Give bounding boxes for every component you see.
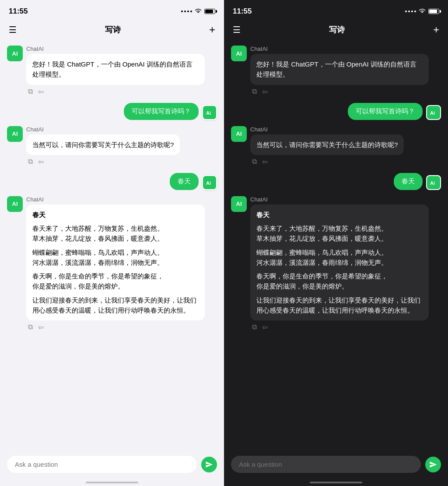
add-button-dark[interactable]: + (433, 24, 439, 36)
ai-content-poem-dark: ChatAI 春天 春天来了，大地苏醒，万物复苏，生机盎然。 草木抽芽，花儿绽放… (250, 196, 429, 332)
poem-title-light: 春天 (32, 210, 199, 220)
header-title-dark: 写诗 (329, 25, 345, 35)
ai-avatar-1-light: AI (7, 46, 23, 61)
dot4d (414, 11, 416, 12)
ai-bubble-poem-dark: 春天 春天来了，大地苏醒，万物复苏，生机盎然。 草木抽芽，花儿绽放，春风拂面，暖… (250, 204, 429, 320)
user-avatar-1-dark: Ai (426, 105, 441, 120)
header-light: ☰ 写诗 + (0, 19, 224, 41)
add-button-light[interactable]: + (209, 24, 215, 36)
ai-name-2-dark: ChatAI (250, 126, 404, 133)
home-indicator-light (0, 482, 224, 486)
user-avatar-inner-1-dark: Ai (427, 106, 440, 119)
status-icons-dark (405, 8, 439, 15)
signal-dots-light (181, 11, 192, 12)
battery-fill-dark (429, 10, 437, 13)
user-bubble-1-dark: 可以帮我写首诗吗？ (348, 103, 423, 120)
poem-para-2-dark: 蝴蝶翩翩，蜜蜂嗡嗡，鸟儿欢唱，声声动人。 河水潺潺，溪流潺潺，春雨绵绵，润物无声… (256, 247, 423, 268)
ai-bubble-1-light: 您好！我是 ChatGPT，一个由 OpenAI 训练的自然语言处理模型。 (26, 54, 205, 85)
time-dark: 11:55 (233, 7, 252, 16)
ai-bubble-poem-light: 春天 春天来了，大地苏醒，万物复苏，生机盎然。 草木抽芽，花儿绽放，春风拂面，暖… (26, 204, 205, 320)
user-avatar-2-light: Ai (202, 175, 217, 190)
ai-bubble-1-dark: 您好！我是 ChatGPT，一个由 OpenAI 训练的自然语言处理模型。 (250, 54, 429, 85)
msg-actions-1-dark: ⧉ ⇦ (250, 87, 429, 97)
ai-name-1-light: ChatAI (26, 46, 205, 52)
share-btn-2-light[interactable]: ⇦ (38, 158, 44, 166)
dot3d (411, 11, 413, 12)
user-avatar-2-dark: Ai (426, 175, 441, 190)
msg-actions-2-dark: ⧉ ⇦ (250, 157, 404, 167)
share-btn-1-dark[interactable]: ⇦ (262, 88, 268, 96)
share-btn-poem-dark[interactable]: ⇦ (262, 323, 268, 331)
svg-text:Ai: Ai (206, 180, 211, 186)
home-bar-light (86, 482, 138, 483)
input-field-light[interactable] (7, 456, 197, 473)
header-dark: ☰ 写诗 + (224, 19, 448, 41)
ai-content-poem-light: ChatAI 春天 春天来了，大地苏醒，万物复苏，生机盎然。 草木抽芽，花儿绽放… (26, 196, 205, 332)
ai-name-2-light: ChatAI (26, 126, 180, 133)
wifi-icon-dark (419, 8, 426, 15)
status-icons-light (181, 8, 215, 15)
user-avatar-inner-2-light: Ai (203, 176, 216, 189)
ai-message-1-light: AI ChatAI 您好！我是 ChatGPT，一个由 OpenAI 训练的自然… (7, 46, 217, 97)
ai-content-2-light: ChatAI 当然可以，请问你需要写关于什么主题的诗歌呢? ⧉ ⇦ (26, 126, 180, 167)
poem-para-3-light: 春天啊，你是生命的季节，你是希望的象征， 你是爱的滋润，你是美的熔炉。 (32, 271, 199, 292)
ai-poem-dark: AI ChatAI 春天 春天来了，大地苏醒，万物复苏，生机盎然。 草木抽芽，花… (231, 196, 441, 332)
home-indicator-dark (224, 482, 448, 486)
msg-actions-2-light: ⧉ ⇦ (26, 157, 180, 167)
input-bar-light (0, 451, 224, 482)
msg-actions-poem-light: ⧉ ⇦ (26, 322, 205, 332)
copy-btn-2-light[interactable]: ⧉ (28, 158, 33, 166)
input-field-dark[interactable] (231, 456, 421, 473)
dot2d (408, 11, 410, 12)
ai-name-poem-dark: ChatAI (250, 196, 429, 203)
copy-btn-poem-dark[interactable]: ⧉ (252, 323, 257, 331)
ai-name-poem-light: ChatAI (26, 196, 205, 203)
chat-area-dark: AI ChatAI 您好！我是 ChatGPT，一个由 OpenAI 训练的自然… (224, 41, 448, 451)
dot3 (187, 11, 189, 12)
poem-para-1-dark: 春天来了，大地苏醒，万物复苏，生机盎然。 草木抽芽，花儿绽放，春风拂面，暖意袭人… (256, 223, 423, 244)
dot1d (405, 11, 407, 12)
user-message-1-dark: 可以帮我写首诗吗？ Ai (231, 103, 441, 120)
ai-message-2-light: AI ChatAI 当然可以，请问你需要写关于什么主题的诗歌呢? ⧉ ⇦ (7, 126, 217, 167)
dot4 (190, 11, 192, 12)
dark-panel: 11:55 ☰ 写诗 + (224, 0, 448, 486)
poem-para-1-light: 春天来了，大地苏醒，万物复苏，生机盎然。 草木抽芽，花儿绽放，春风拂面，暖意袭人… (32, 223, 199, 244)
user-bubble-2-dark: 春天 (394, 173, 423, 190)
svg-text:Ai: Ai (430, 180, 435, 186)
copy-btn-2-dark[interactable]: ⧉ (252, 158, 257, 166)
send-button-dark[interactable] (425, 457, 441, 472)
ai-message-1-dark: AI ChatAI 您好！我是 ChatGPT，一个由 OpenAI 训练的自然… (231, 46, 441, 97)
ai-content-2-dark: ChatAI 当然可以，请问你需要写关于什么主题的诗歌呢? ⧉ ⇦ (250, 126, 404, 167)
menu-icon-dark[interactable]: ☰ (233, 25, 241, 35)
user-bubble-1-light: 可以帮我写首诗吗？ (124, 103, 199, 120)
msg-actions-poem-dark: ⧉ ⇦ (250, 322, 429, 332)
share-btn-1-light[interactable]: ⇦ (38, 88, 44, 96)
user-message-1-light: 可以帮我写首诗吗？ Ai (7, 103, 217, 120)
ai-avatar-poem-light: AI (7, 196, 23, 212)
light-panel: 11:55 ☰ 写诗 + (0, 0, 224, 486)
share-btn-poem-light[interactable]: ⇦ (38, 323, 44, 331)
copy-btn-1-dark[interactable]: ⧉ (252, 88, 257, 96)
menu-icon-light[interactable]: ☰ (9, 25, 17, 35)
ai-avatar-2-light: AI (7, 126, 23, 142)
poem-para-3-dark: 春天啊，你是生命的季节，你是希望的象征， 你是爱的滋润，你是美的熔炉。 (256, 271, 423, 292)
user-message-2-dark: 春天 Ai (231, 173, 441, 190)
wifi-icon-light (195, 8, 202, 15)
battery-fill-light (205, 10, 213, 13)
share-btn-2-dark[interactable]: ⇦ (262, 158, 268, 166)
send-button-light[interactable] (201, 457, 217, 472)
chat-area-light: AI ChatAI 您好！我是 ChatGPT，一个由 OpenAI 训练的自然… (0, 41, 224, 451)
user-message-2-light: 春天 Ai (7, 173, 217, 190)
ai-content-1-light: ChatAI 您好！我是 ChatGPT，一个由 OpenAI 训练的自然语言处… (26, 46, 205, 97)
poem-para-4-dark: 让我们迎接春天的到来，让我们享受春天的美好，让我们用心感受春天的温暖，让我们用行… (256, 295, 423, 316)
header-title-light: 写诗 (105, 25, 121, 35)
msg-actions-1-light: ⧉ ⇦ (26, 87, 205, 97)
home-bar-dark (310, 482, 362, 483)
svg-text:Ai: Ai (430, 110, 435, 116)
copy-btn-1-light[interactable]: ⧉ (28, 88, 33, 96)
copy-btn-poem-light[interactable]: ⧉ (28, 323, 33, 331)
time-light: 11:55 (9, 7, 28, 16)
poem-title-dark: 春天 (256, 210, 423, 220)
ai-message-2-dark: AI ChatAI 当然可以，请问你需要写关于什么主题的诗歌呢? ⧉ ⇦ (231, 126, 441, 167)
user-bubble-2-light: 春天 (170, 173, 199, 190)
